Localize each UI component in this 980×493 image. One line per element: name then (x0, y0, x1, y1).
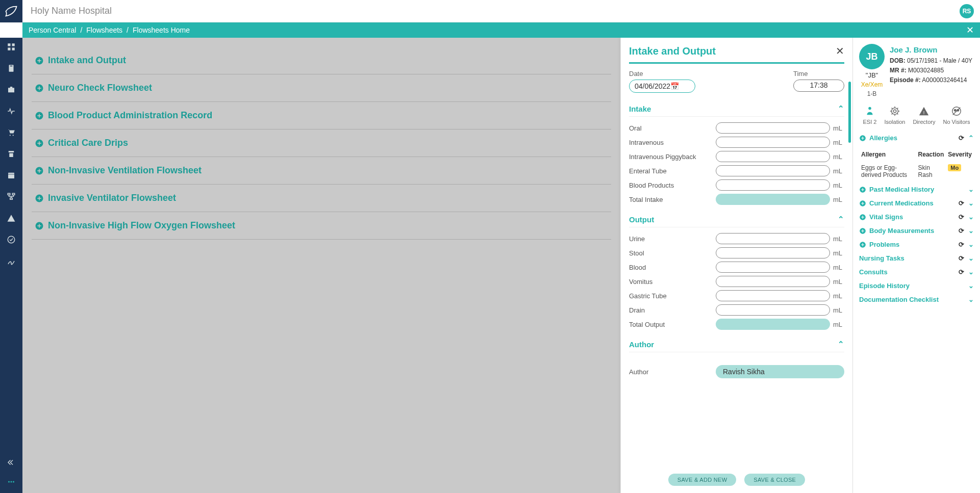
intake-row: OralmL (629, 121, 844, 135)
status-esi[interactable]: ESI 2 (863, 106, 877, 125)
intake-field-input[interactable] (716, 137, 830, 148)
refresh-icon[interactable]: ⟳ (959, 241, 964, 248)
plus-circle-icon[interactable] (859, 200, 866, 207)
plus-circle-icon (35, 56, 44, 65)
rail-section-row[interactable]: Body Measurements⟳⌄ (859, 224, 974, 238)
sidebar-item-briefcase[interactable] (5, 84, 17, 96)
output-field-input[interactable] (716, 247, 830, 258)
refresh-icon[interactable]: ⟳ (959, 134, 964, 142)
breadcrumb-link-flowsheets[interactable]: Flowsheets (86, 26, 122, 34)
intake-field-unit: mL (830, 124, 844, 132)
status-isolation[interactable]: Isolation (884, 106, 905, 125)
panel-footer: SAVE & ADD NEW SAVE & CLOSE (621, 466, 852, 493)
save-add-new-button[interactable]: SAVE & ADD NEW (668, 474, 737, 486)
flowsheet-label: Non-Invasive Ventilation Flowsheet (48, 165, 202, 176)
plus-circle-icon[interactable] (859, 186, 866, 193)
sidebar-item-check[interactable] (5, 233, 17, 246)
flowsheet-row[interactable]: Critical Care Drips (32, 129, 611, 157)
avatar[interactable]: JB (859, 44, 885, 69)
rail-section-row[interactable]: Past Medical History⌄ (859, 183, 974, 196)
section-head-author[interactable]: Author ⌃ (629, 336, 844, 352)
facility-name: Holy Name Hospital (22, 6, 112, 16)
user-badge[interactable]: RS (960, 4, 974, 18)
chevron-down-icon: ⌄ (968, 296, 974, 303)
output-field-input[interactable] (716, 276, 830, 287)
calendar-icon[interactable]: 📅 (670, 82, 690, 90)
rail-section-row[interactable]: Episode History⌄ (859, 279, 974, 293)
chevron-down-icon: ⌄ (968, 241, 974, 248)
svg-point-10 (8, 236, 15, 243)
flowsheet-row[interactable]: Non-Invasive Ventilation Flowsheet (32, 157, 611, 185)
sidebar-item-labs[interactable] (5, 148, 17, 160)
app-logo[interactable] (0, 0, 22, 22)
plus-circle-icon[interactable] (859, 214, 866, 221)
output-row: DrainmL (629, 303, 844, 317)
sidebar-item-workflow[interactable] (5, 191, 17, 203)
output-field-input[interactable] (716, 304, 830, 316)
sidebar-item-clipboard[interactable] (5, 62, 17, 74)
status-isolation-label: Isolation (884, 119, 905, 125)
allergies-header[interactable]: Allergies ⟳ ⌃ (859, 132, 974, 144)
sidebar-item-cart[interactable] (5, 126, 17, 139)
rail-section-row[interactable]: Documentation Checklist⌄ (859, 293, 974, 306)
intake-field-input[interactable] (716, 179, 830, 191)
flowsheet-row[interactable]: Invasive Ventilator Flowsheet (32, 185, 611, 212)
output-field-input[interactable] (716, 290, 830, 301)
chevron-up-icon: ⌃ (838, 215, 844, 224)
panel-close-icon[interactable]: ✕ (836, 45, 844, 57)
flowsheet-row[interactable]: Blood Product Administration Record (32, 102, 611, 129)
section-head-output[interactable]: Output ⌃ (629, 212, 844, 227)
sidebar-item-alert[interactable] (5, 212, 17, 224)
rail-section-row[interactable]: Nursing Tasks⟳⌄ (859, 251, 974, 265)
save-close-button[interactable]: SAVE & CLOSE (744, 474, 805, 486)
status-directory-label: Directory (913, 119, 935, 125)
breadcrumb-link-person-central[interactable]: Person Central (29, 26, 76, 34)
sidebar-item-vitals[interactable] (5, 105, 17, 117)
plus-circle-icon[interactable] (859, 135, 866, 142)
status-esi-label: ESI 2 (863, 119, 877, 125)
refresh-icon[interactable]: ⟳ (959, 213, 964, 221)
sidebar-more-icon[interactable] (5, 476, 17, 488)
refresh-icon[interactable]: ⟳ (959, 254, 964, 262)
status-icons: ESI 2 Isolation ! Directory No Visitors (859, 106, 974, 125)
sidebar-item-dashboard[interactable] (5, 41, 17, 53)
output-rows: UrinemLStoolmLBloodmLVomitusmLGastric Tu… (629, 231, 844, 317)
patient-name[interactable]: Joe J. Brown (890, 44, 972, 56)
output-field-input[interactable] (716, 262, 830, 273)
refresh-icon[interactable]: ⟳ (959, 199, 964, 207)
panel-scrollbar[interactable] (848, 82, 851, 143)
svg-rect-7 (8, 193, 10, 195)
section-divider (629, 352, 844, 352)
rail-section-row[interactable]: Current Medications⟳⌄ (859, 196, 974, 210)
rail-section-row[interactable]: Consults⟳⌄ (859, 265, 974, 279)
plus-circle-icon[interactable] (859, 241, 866, 248)
plus-circle-icon[interactable] (859, 227, 866, 235)
section-label-intake: Intake (629, 105, 651, 113)
output-field-label: Stool (629, 249, 716, 257)
flowsheet-label: Non-Invasive High Flow Oxygen Flowsheet (48, 220, 235, 231)
output-field-unit: mL (830, 278, 844, 286)
flowsheet-row[interactable]: Neuro Check Flowsheet (32, 74, 611, 102)
intake-field-input[interactable] (716, 122, 830, 134)
flowsheet-row[interactable]: Non-Invasive High Flow Oxygen Flowsheet (32, 212, 611, 240)
rail-section-row[interactable]: Vital Signs⟳⌄ (859, 210, 974, 224)
sidebar-item-calendar[interactable] (5, 169, 17, 181)
refresh-icon[interactable]: ⟳ (959, 268, 964, 276)
status-no-visitors[interactable]: No Visitors (943, 106, 970, 125)
rail-section-label: Past Medical History (869, 186, 934, 193)
status-directory[interactable]: ! Directory (913, 106, 935, 125)
date-label: Date (629, 70, 695, 77)
sidebar-expand-icon[interactable] (5, 456, 17, 469)
rail-section-row[interactable]: Problems⟳⌄ (859, 238, 974, 251)
breadcrumb-close-icon[interactable]: ✕ (966, 25, 974, 35)
intake-field-input[interactable] (716, 151, 830, 162)
refresh-icon[interactable]: ⟳ (959, 227, 964, 235)
output-field-input[interactable] (716, 233, 830, 244)
section-head-intake[interactable]: Intake ⌃ (629, 101, 844, 116)
intake-field-input[interactable] (716, 165, 830, 176)
sidebar-item-sign[interactable] (5, 255, 17, 267)
time-input[interactable]: 17:38 (793, 80, 844, 92)
flowsheet-label: Neuro Check Flowsheet (48, 83, 152, 93)
flowsheet-row[interactable]: Intake and Output (32, 47, 611, 74)
date-input[interactable]: 04/06/2022 📅 (629, 80, 695, 93)
